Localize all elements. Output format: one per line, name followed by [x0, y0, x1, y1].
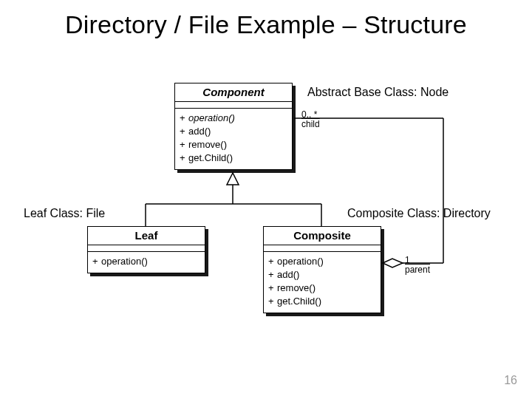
uml-class-leaf: Leaf +operation() — [87, 226, 205, 273]
assoc-child-role: child — [301, 119, 320, 129]
svg-marker-0 — [227, 173, 239, 185]
uml-class-component: Component +operation() +add() +remove() … — [174, 83, 293, 170]
assoc-parent-role: parent — [405, 265, 430, 275]
uml-class-name: Component — [175, 83, 292, 102]
annotation-abstract: Abstract Base Class: Node — [307, 86, 449, 99]
uml-operations: +operation() +add() +remove() +get.Child… — [264, 252, 381, 313]
uml-attributes-empty — [175, 102, 292, 109]
uml-attributes-empty — [264, 245, 381, 252]
slide-title: Directory / File Example – Structure — [0, 10, 532, 39]
assoc-parent-mult: 1 — [405, 255, 410, 265]
assoc-child-mult: 0.. * — [301, 109, 317, 120]
annotation-leaf: Leaf Class: File — [24, 207, 105, 220]
uml-class-name: Leaf — [88, 227, 205, 245]
uml-class-name: Composite — [264, 227, 381, 245]
svg-marker-8 — [383, 259, 403, 267]
uml-operations: +operation() — [88, 252, 205, 273]
uml-class-composite: Composite +operation() +add() +remove() … — [263, 226, 381, 313]
uml-operations: +operation() +add() +remove() +get.Child… — [175, 109, 292, 169]
annotation-composite: Composite Class: Directory — [347, 207, 491, 220]
uml-connectors — [0, 0, 532, 399]
uml-attributes-empty — [88, 245, 205, 252]
page-number: 16 — [504, 374, 517, 387]
